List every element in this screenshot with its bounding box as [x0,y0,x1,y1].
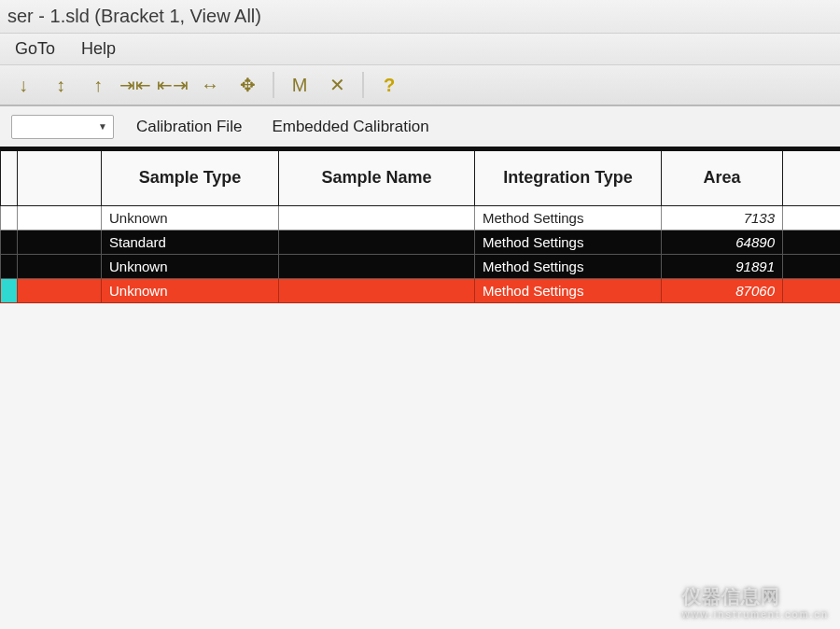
row-lead [1,254,18,278]
arrow-up-icon[interactable]: ↑ [86,73,110,97]
cell-sample-type[interactable]: Standard [102,230,279,254]
cell-first[interactable] [18,278,102,302]
cell-tail [783,230,841,254]
cell-tail [783,205,841,230]
table-row[interactable]: StandardMethod Settings64890 [1,230,841,254]
table-header-row: Sample Type Sample Name Integration Type… [1,151,841,205]
cell-sample-type[interactable]: Unknown [102,254,279,278]
toolbar-separator-2 [362,72,364,98]
cell-sample-name[interactable] [279,230,475,254]
cell-first[interactable] [18,254,102,278]
data-table-wrap: Sample Type Sample Name Integration Type… [0,151,840,629]
move-icon[interactable]: ✥ [235,73,259,97]
marker-m-icon[interactable]: M [287,73,312,97]
marker-x-icon[interactable]: ✕ [325,73,349,97]
menu-goto[interactable]: GoTo [15,39,55,59]
toolbar: ↓ ↕ ↑ ⇥⇤ ⇤⇥ ↔ ✥ M ✕ ? [0,65,840,106]
arrow-leftright-icon[interactable]: ↔ [198,73,222,97]
menu-help[interactable]: Help [81,39,116,59]
window-title: ser - 1.sld (Bracket 1, View All) [7,6,261,27]
col-sample-type[interactable]: Sample Type [102,151,279,205]
collapse-horiz-icon[interactable]: ⇥⇤ [123,73,147,97]
col-lead [1,151,18,205]
row-lead [1,278,18,302]
help-icon[interactable]: ? [377,73,401,97]
cell-sample-name[interactable] [279,254,475,278]
row-lead [1,205,18,230]
arrow-down-icon[interactable]: ↓ [11,73,35,97]
col-tail [783,151,841,205]
table-row[interactable]: UnknownMethod Settings7133 [1,205,841,230]
cell-integration[interactable]: Method Settings [475,254,662,278]
col-area[interactable]: Area [662,151,783,205]
cell-area[interactable]: 91891 [662,254,783,278]
cell-sample-type[interactable]: Unknown [102,278,279,302]
cell-integration[interactable]: Method Settings [475,278,662,302]
data-table[interactable]: Sample Type Sample Name Integration Type… [0,151,840,303]
cell-tail [783,254,841,278]
arrow-updown-icon[interactable]: ↕ [49,73,73,97]
table-row[interactable]: UnknownMethod Settings91891 [1,254,841,278]
expand-horiz-icon[interactable]: ⇤⇥ [161,73,185,97]
col-first[interactable] [18,151,102,205]
cell-sample-name[interactable] [279,205,475,230]
cell-first[interactable] [18,230,102,254]
table-row[interactable]: UnknownMethod Settings87060 [1,278,841,302]
table-blank-area [0,303,840,630]
table-body: UnknownMethod Settings7133StandardMethod… [1,205,841,302]
cell-first[interactable] [18,205,102,230]
cell-integration[interactable]: Method Settings [475,205,662,230]
app-window: ser - 1.sld (Bracket 1, View All) GoTo H… [0,0,840,629]
toolbar-separator [273,72,274,98]
calibration-file-label: Calibration File [136,118,242,136]
menu-bar: GoTo Help [0,34,840,65]
cell-area[interactable]: 7133 [662,205,783,230]
row-lead [1,230,18,254]
cell-sample-name[interactable] [279,278,475,302]
cell-area[interactable]: 64890 [662,230,783,254]
cell-sample-type[interactable]: Unknown [102,205,279,230]
cell-area[interactable]: 87060 [662,278,783,302]
title-bar: ser - 1.sld (Bracket 1, View All) [0,0,840,34]
col-sample-name[interactable]: Sample Name [279,151,475,205]
cell-tail [783,278,841,302]
cell-integration[interactable]: Method Settings [475,230,662,254]
calibration-file-value: Embedded Calibration [272,118,428,136]
calibration-bar: Calibration File Embedded Calibration [0,106,840,151]
col-integration[interactable]: Integration Type [475,151,662,205]
calibration-combo[interactable] [11,115,114,139]
